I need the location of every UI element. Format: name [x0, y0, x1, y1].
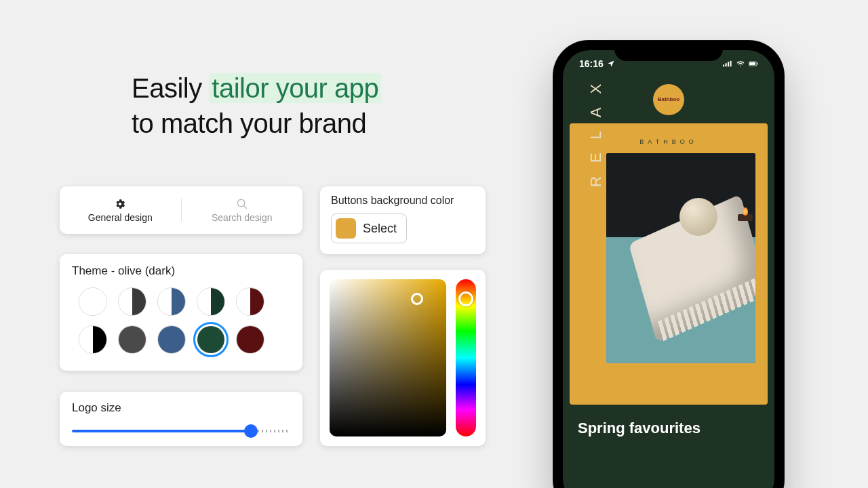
brand-logo: Bathboo	[653, 84, 684, 115]
theme-swatch[interactable]	[118, 325, 146, 354]
theme-swatch[interactable]	[197, 287, 225, 316]
hue-cursor[interactable]	[458, 291, 473, 306]
wifi-icon	[736, 60, 745, 68]
theme-swatch-row-2	[72, 325, 290, 354]
slider-track-remaining	[254, 430, 290, 432]
color-picker-card	[320, 270, 486, 446]
svg-line-1	[243, 205, 247, 209]
hero-banner: BATHBOO RELAX	[570, 123, 768, 405]
phone-preview: 16:16 Bathboo BATHBOO RELAX Spring favou…	[553, 41, 784, 488]
status-bar: 16:16	[563, 58, 774, 69]
tab-general-label: General design	[88, 212, 153, 223]
theme-title: Theme - olive (dark)	[72, 264, 290, 278]
select-color-label: Select	[363, 222, 397, 236]
headline-suffix: to match your brand	[132, 108, 366, 138]
svg-rect-7	[749, 62, 755, 65]
design-tabs-card: General design Search design	[60, 186, 302, 234]
cellular-icon	[723, 60, 732, 68]
hue-slider[interactable]	[456, 279, 476, 436]
logo-size-title: Logo size	[72, 401, 290, 415]
theme-swatch-row-1	[72, 287, 290, 316]
hero-image	[606, 153, 755, 363]
saturation-cursor[interactable]	[411, 293, 423, 305]
select-color-button[interactable]: Select	[331, 214, 407, 243]
status-time: 16:16	[579, 58, 604, 69]
button-color-title: Buttons background color	[331, 195, 475, 207]
headline-prefix: Easily	[132, 73, 209, 103]
tab-search-design[interactable]: Search design	[182, 186, 303, 234]
svg-rect-2	[723, 64, 724, 66]
selected-color-swatch	[336, 218, 356, 239]
theme-swatch[interactable]	[236, 325, 264, 354]
hero-relax-text: RELAX	[587, 70, 605, 187]
saturation-box[interactable]	[330, 279, 446, 436]
hero-candle	[738, 214, 753, 221]
button-color-card: Buttons background color Select	[320, 186, 486, 254]
slider-thumb[interactable]	[244, 424, 258, 438]
slider-track	[72, 430, 251, 432]
theme-swatch[interactable]	[118, 287, 146, 316]
headline-highlight: tailor your app	[209, 73, 381, 103]
svg-rect-5	[730, 61, 732, 66]
theme-swatch[interactable]	[157, 287, 186, 316]
svg-rect-3	[726, 63, 727, 66]
hero-brand-label: BATHBOO	[582, 138, 755, 145]
theme-swatch[interactable]	[157, 325, 186, 354]
search-icon	[236, 198, 248, 210]
battery-icon	[749, 60, 758, 68]
theme-swatch[interactable]	[197, 325, 225, 354]
gear-icon	[114, 198, 126, 210]
theme-card: Theme - olive (dark)	[60, 254, 302, 371]
logo-size-slider[interactable]	[72, 424, 290, 438]
phone-screen: 16:16 Bathboo BATHBOO RELAX Spring favou…	[563, 50, 774, 488]
location-icon	[606, 60, 616, 68]
theme-swatch[interactable]	[236, 287, 264, 316]
svg-point-0	[237, 199, 245, 207]
tab-search-label: Search design	[212, 212, 273, 223]
svg-rect-4	[728, 62, 729, 66]
section-title: Spring favourites	[578, 420, 701, 437]
headline: Easily tailor your app to match your bra…	[132, 70, 381, 141]
logo-size-card: Logo size	[60, 392, 302, 446]
svg-rect-8	[757, 63, 758, 65]
hero-bath-ball	[679, 198, 717, 236]
theme-swatch[interactable]	[79, 325, 107, 354]
tab-general-design[interactable]: General design	[60, 186, 181, 234]
theme-swatch[interactable]	[79, 287, 107, 316]
